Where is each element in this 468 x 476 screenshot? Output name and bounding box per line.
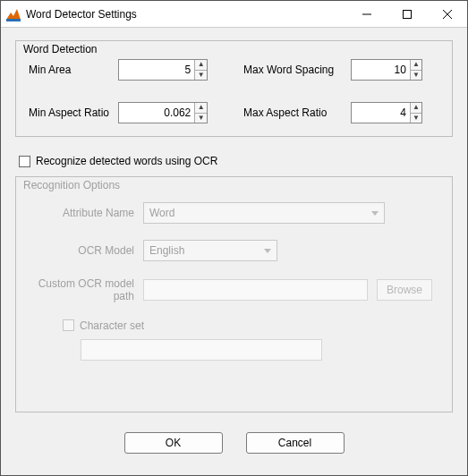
close-button[interactable] xyxy=(427,1,467,27)
recognition-options-legend: Recognition Options xyxy=(21,179,122,191)
min-area-input[interactable] xyxy=(119,60,194,80)
custom-ocr-path-label: Custom OCR model path xyxy=(36,277,134,303)
min-area-spinner[interactable]: ▲ ▼ xyxy=(118,59,208,81)
max-aspect-ratio-up-icon[interactable]: ▲ xyxy=(411,103,421,114)
character-set-checkbox[interactable] xyxy=(63,319,74,331)
svg-rect-3 xyxy=(403,10,411,18)
ocr-model-dropdown[interactable]: English xyxy=(143,240,277,261)
ok-button[interactable]: OK xyxy=(124,432,223,454)
settings-window: Word Detector Settings Word Detection Mi… xyxy=(0,0,468,476)
chevron-down-icon xyxy=(264,249,271,253)
browse-button[interactable]: Browse xyxy=(377,279,432,301)
ocr-enable-row: Recognize detected words using OCR xyxy=(19,155,453,167)
min-area-down-icon[interactable]: ▼ xyxy=(195,71,207,81)
window-controls xyxy=(346,1,467,27)
word-detection-group: Word Detection Min Area ▲ ▼ Max Word Spa… xyxy=(15,40,453,137)
attribute-name-dropdown[interactable]: Word xyxy=(143,202,385,224)
maximize-button[interactable] xyxy=(387,1,427,27)
min-area-label: Min Area xyxy=(29,64,118,76)
min-aspect-ratio-down-icon[interactable]: ▼ xyxy=(195,114,207,123)
titlebar: Word Detector Settings xyxy=(1,1,467,28)
minimize-button[interactable] xyxy=(346,1,387,27)
app-icon xyxy=(6,7,21,21)
max-word-spacing-down-icon[interactable]: ▼ xyxy=(411,71,421,81)
cancel-label: Cancel xyxy=(278,437,311,449)
min-aspect-ratio-up-icon[interactable]: ▲ xyxy=(195,103,207,114)
max-aspect-ratio-spinner[interactable]: ▲ ▼ xyxy=(351,102,422,123)
min-aspect-ratio-spinner[interactable]: ▲ ▼ xyxy=(118,102,208,123)
ocr-enable-label: Recognize detected words using OCR xyxy=(36,155,217,167)
window-title: Word Detector Settings xyxy=(26,8,346,21)
min-area-up-icon[interactable]: ▲ xyxy=(195,60,207,71)
browse-label: Browse xyxy=(387,284,422,296)
min-aspect-ratio-label: Min Aspect Ratio xyxy=(29,106,118,119)
max-word-spacing-input[interactable] xyxy=(352,60,410,80)
max-word-spacing-spinner[interactable]: ▲ ▼ xyxy=(351,59,422,81)
svg-line-4 xyxy=(443,10,452,19)
max-word-spacing-label: Max Word Spacing xyxy=(243,64,351,76)
svg-line-5 xyxy=(443,10,452,19)
custom-ocr-path-input[interactable] xyxy=(143,279,368,301)
recognition-options-group: Recognition Options Attribute Name Word … xyxy=(15,176,453,412)
max-aspect-ratio-input[interactable] xyxy=(352,103,410,123)
ocr-model-value: English xyxy=(149,244,184,257)
ok-label: OK xyxy=(166,437,181,449)
footer: OK Cancel xyxy=(15,425,453,466)
ocr-enable-checkbox[interactable] xyxy=(19,156,30,167)
cancel-button[interactable]: Cancel xyxy=(246,432,345,454)
attribute-name-label: Attribute Name xyxy=(36,207,134,219)
word-detection-legend: Word Detection xyxy=(21,43,98,55)
svg-rect-1 xyxy=(6,19,21,21)
content-area: Word Detection Min Area ▲ ▼ Max Word Spa… xyxy=(1,28,467,475)
ocr-model-label: OCR Model xyxy=(36,244,134,257)
chevron-down-icon xyxy=(371,211,379,216)
attribute-name-value: Word xyxy=(149,207,174,219)
max-word-spacing-up-icon[interactable]: ▲ xyxy=(411,60,421,71)
max-aspect-ratio-down-icon[interactable]: ▼ xyxy=(411,114,421,123)
character-set-input[interactable] xyxy=(81,339,322,361)
min-aspect-ratio-input[interactable] xyxy=(119,103,194,123)
max-aspect-ratio-label: Max Aspect Ratio xyxy=(243,106,351,119)
character-set-label: Character set xyxy=(80,319,144,332)
